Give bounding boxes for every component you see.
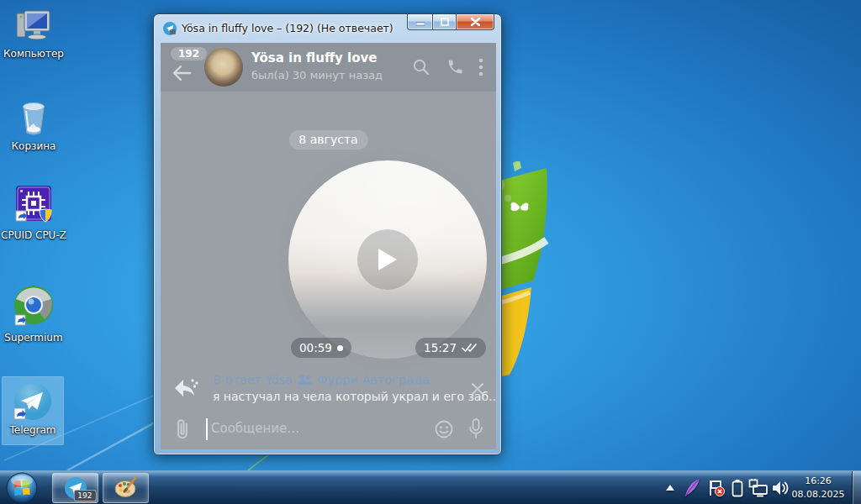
microphone-icon[interactable] [466, 417, 486, 441]
date-badge[interactable]: 8 августа [288, 130, 367, 150]
reply-snippet: я настучал на чела который украл и его з… [213, 390, 496, 403]
window-icon [163, 22, 177, 35]
shortcut-arrow-icon [16, 211, 27, 221]
start-button[interactable] [6, 472, 38, 504]
reply-preview-bar[interactable]: В ответ Yösa Фурри Автограда я настучал … [161, 369, 496, 409]
desktop-icon-recycle-bin[interactable]: Корзина [0, 96, 67, 152]
video-duration: 00:59 [299, 341, 332, 354]
video-duration-badge: 00:59 [291, 338, 351, 358]
desktop: Компьютер Корзина [0, 0, 861, 504]
desktop-icon-label: Компьютер [0, 48, 67, 60]
desktop-icon-supermium[interactable]: Supermium [0, 284, 67, 344]
chat-window-content: 192 Yösa in fluffy love был(а) 30 минут … [161, 43, 496, 449]
chat-avatar[interactable] [204, 48, 243, 87]
tray-expand-icon[interactable] [665, 484, 675, 491]
shortcut-arrow-icon [15, 315, 26, 325]
back-arrow-icon[interactable] [172, 64, 192, 82]
play-icon [377, 247, 399, 272]
taskbar: 192 [0, 470, 861, 504]
unplayed-dot [337, 345, 343, 351]
window-titlebar[interactable]: Yösa in fluffy love – (192) (Не отвечает… [154, 14, 501, 42]
phone-call-icon[interactable] [446, 58, 464, 76]
chat-last-seen-status: был(а) 30 минут назад [251, 69, 383, 81]
maximize-button[interactable] [432, 14, 456, 30]
desktop-icon-label: CPUID CPU-Z [0, 229, 67, 241]
close-button[interactable] [456, 14, 494, 30]
tray-feather-icon[interactable] [683, 478, 701, 498]
reply-title: В ответ Yösa Фурри Автограда [213, 373, 430, 386]
supermium-icon [13, 284, 55, 329]
clock-time: 16:26 [789, 475, 848, 488]
taskbar-paint-button[interactable] [103, 473, 149, 503]
computer-icon [14, 7, 53, 45]
reply-to-label: В ответ Yösa [213, 373, 293, 386]
minimize-icon [416, 18, 425, 26]
reply-icon [174, 377, 199, 401]
minimize-button[interactable] [407, 14, 432, 30]
show-desktop-button[interactable] [852, 471, 861, 504]
window-title: Yösa in fluffy love – (192) (Не отвечает… [182, 22, 394, 34]
taskbar-clock[interactable]: 16:26 08.08.2025 [789, 475, 848, 501]
volume-icon[interactable] [771, 479, 790, 497]
chat-header: 192 Yösa in fluffy love был(а) 30 минут … [161, 43, 496, 92]
telegram-window: Yösa in fluffy love – (192) (Не отвечает… [153, 13, 502, 455]
desktop-icon-label: Supermium [0, 332, 67, 344]
play-button[interactable] [357, 229, 418, 290]
close-icon [471, 18, 480, 26]
search-icon[interactable] [412, 58, 430, 76]
message-time: 15:27 [424, 341, 457, 354]
clock-date: 08.08.2025 [789, 488, 848, 501]
chat-message-area: 8 августа 00:59 15:27 [161, 92, 496, 369]
taskbar-unread-badge: 192 [73, 490, 96, 501]
network-icon[interactable] [748, 479, 769, 497]
action-center-flag-icon[interactable] [708, 480, 725, 496]
menu-kebab-icon[interactable] [478, 58, 483, 76]
desktop-icon-computer[interactable]: Компьютер [0, 7, 67, 60]
desktop-icon-cpuz[interactable]: CPUID CPU-Z [0, 185, 67, 241]
unread-count-badge: 192 [171, 47, 207, 60]
read-checkmarks-icon [462, 343, 478, 353]
battery-icon[interactable] [732, 479, 743, 497]
text-caret [206, 418, 208, 440]
message-time-badge: 15:27 [415, 338, 486, 358]
taskbar-telegram-button[interactable]: 192 [52, 473, 98, 503]
message-input[interactable]: Сообщение… [211, 421, 299, 436]
windows-logo-fragment [494, 161, 553, 381]
recycle-bin-icon [14, 96, 53, 138]
paint-icon [114, 476, 139, 500]
shortcut-arrow-icon [14, 408, 26, 419]
message-input-bar[interactable]: Сообщение… [161, 409, 496, 449]
emoji-icon[interactable] [434, 419, 454, 439]
telegram-icon [13, 381, 53, 422]
cancel-reply-icon[interactable] [471, 382, 484, 396]
cpuz-icon [13, 185, 54, 227]
attach-icon[interactable] [172, 417, 194, 441]
maximize-icon [441, 18, 449, 26]
round-video-message[interactable] [288, 160, 487, 359]
desktop-icon-label: Корзина [0, 140, 67, 152]
desktop-icon-telegram[interactable]: Telegram [2, 376, 64, 445]
chat-title[interactable]: Yösa in fluffy love [251, 50, 377, 66]
group-icon [297, 374, 313, 386]
reply-chat-title: Фурри Автограда [317, 373, 430, 386]
desktop-icon-label: Telegram [3, 424, 63, 436]
